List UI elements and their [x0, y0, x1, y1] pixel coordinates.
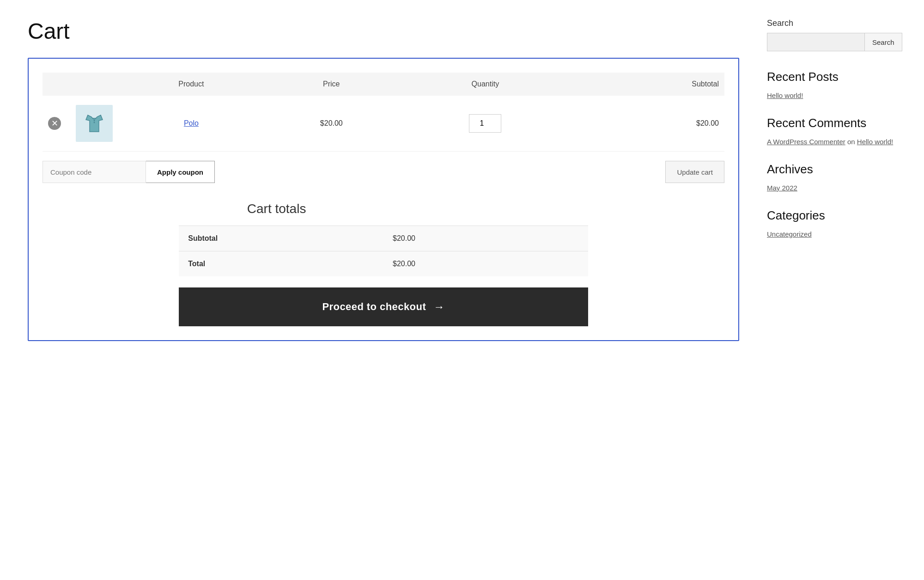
archive-link-0[interactable]: May 2022 — [767, 184, 896, 192]
comment-post-link-0[interactable]: Hello world! — [857, 138, 893, 146]
cart-totals-section: Cart totals Subtotal $20.00 Total $20.00… — [43, 201, 724, 326]
cart-container: Product Price Quantity Subtotal ✕ — [28, 58, 739, 341]
cart-totals-table: Subtotal $20.00 Total $20.00 — [179, 226, 588, 276]
comment-author-link-0[interactable]: A WordPress Commenter — [767, 138, 845, 146]
cart-actions: Apply coupon Update cart — [43, 161, 724, 183]
subtotal-label: Subtotal — [179, 226, 383, 251]
product-link[interactable]: Polo — [124, 119, 259, 128]
search-label: Search — [767, 18, 896, 28]
categories-section: Categories Uncategorized — [767, 208, 896, 238]
cart-table: Product Price Quantity Subtotal ✕ — [43, 73, 724, 152]
category-link-0[interactable]: Uncategorized — [767, 230, 896, 238]
product-image — [76, 105, 113, 142]
apply-coupon-button[interactable]: Apply coupon — [146, 161, 215, 183]
sidebar: Search Search Recent Posts Hello world! … — [767, 18, 896, 341]
table-row: ✕ — [43, 96, 724, 152]
checkout-button[interactable]: Proceed to checkout → — [179, 287, 588, 326]
col-header-image — [70, 73, 118, 96]
product-price: $20.00 — [264, 96, 399, 152]
cart-totals-title: Cart totals — [247, 201, 306, 216]
total-value: $20.00 — [383, 251, 588, 277]
remove-item-button[interactable]: ✕ — [48, 117, 61, 130]
svg-point-0 — [94, 120, 95, 122]
archives-section: Archives May 2022 — [767, 162, 896, 192]
search-input[interactable] — [767, 33, 865, 51]
polo-shirt-icon — [81, 110, 107, 136]
col-header-subtotal: Subtotal — [572, 73, 724, 96]
categories-title: Categories — [767, 208, 896, 223]
recent-comment-0: A WordPress Commenter on Hello world! — [767, 138, 896, 146]
archives-title: Archives — [767, 162, 896, 177]
total-label: Total — [179, 251, 383, 277]
page-title: Cart — [28, 18, 739, 44]
svg-point-1 — [94, 122, 95, 123]
recent-comments-title: Recent Comments — [767, 116, 896, 130]
checkout-label: Proceed to checkout — [322, 301, 426, 313]
quantity-input[interactable] — [469, 114, 501, 133]
recent-posts-title: Recent Posts — [767, 70, 896, 84]
comment-on-text-0: on — [847, 138, 857, 146]
subtotal-value: $20.00 — [383, 226, 588, 251]
checkout-arrow-icon: → — [433, 300, 444, 313]
col-header-price: Price — [264, 73, 399, 96]
product-subtotal: $20.00 — [572, 96, 724, 152]
col-header-quantity: Quantity — [399, 73, 572, 96]
recent-comments-section: Recent Comments A WordPress Commenter on… — [767, 116, 896, 146]
search-button[interactable]: Search — [865, 33, 902, 51]
update-cart-button[interactable]: Update cart — [665, 161, 724, 183]
recent-posts-section: Recent Posts Hello world! — [767, 70, 896, 99]
search-row: Search — [767, 33, 896, 51]
col-header-product: Product — [118, 73, 264, 96]
subtotal-row: Subtotal $20.00 — [179, 226, 588, 251]
coupon-input[interactable] — [43, 161, 146, 183]
col-header-remove — [43, 73, 70, 96]
total-row: Total $20.00 — [179, 251, 588, 277]
main-content: Cart Product Price Quantity Subtotal — [28, 18, 739, 341]
recent-post-link-0[interactable]: Hello world! — [767, 92, 896, 99]
